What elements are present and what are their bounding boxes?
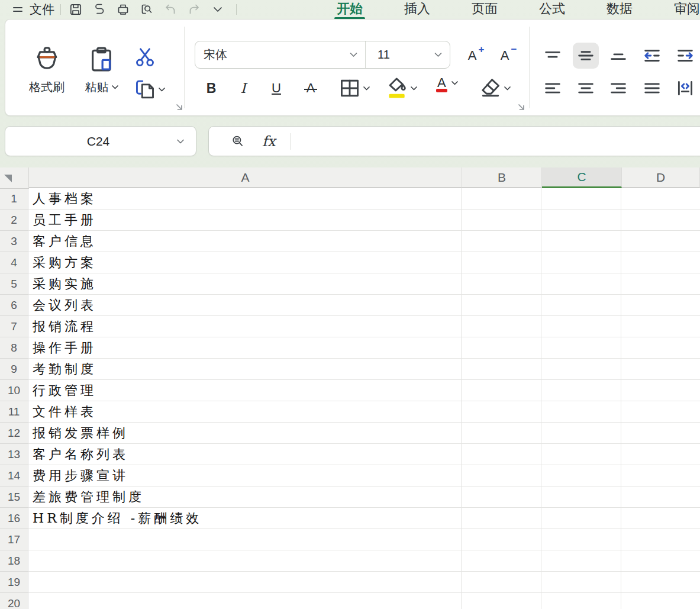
cell-b20[interactable] bbox=[462, 593, 541, 609]
cell-c11[interactable] bbox=[541, 401, 621, 423]
cell-c18[interactable] bbox=[541, 550, 621, 572]
row-number[interactable]: 16 bbox=[0, 508, 28, 529]
row-number[interactable]: 11 bbox=[0, 401, 28, 423]
increase-font-size-button[interactable]: A+ bbox=[459, 43, 485, 69]
cell-a19[interactable] bbox=[28, 572, 462, 593]
menu-icon[interactable] bbox=[12, 4, 24, 15]
decrease-font-size-button[interactable]: A− bbox=[492, 43, 518, 69]
row-number[interactable]: 18 bbox=[0, 550, 28, 572]
cell-d4[interactable] bbox=[621, 252, 700, 273]
cell-b18[interactable] bbox=[462, 550, 541, 572]
row-number[interactable]: 13 bbox=[0, 444, 28, 465]
cell-a6[interactable]: 会议列表 bbox=[28, 295, 462, 316]
cut-button[interactable] bbox=[132, 44, 158, 70]
cell-a15[interactable]: 差旅费管理制度 bbox=[28, 486, 462, 508]
row-number[interactable]: 7 bbox=[0, 316, 28, 337]
redo-button[interactable] bbox=[185, 1, 203, 18]
cell-b2[interactable] bbox=[462, 210, 541, 231]
cell-c16[interactable] bbox=[541, 508, 621, 529]
cell-a8[interactable]: 操作手册 bbox=[28, 337, 462, 359]
align-center-button[interactable] bbox=[573, 75, 599, 101]
cell-d19[interactable] bbox=[621, 572, 700, 593]
cell-d16[interactable] bbox=[621, 508, 700, 529]
expand-group-icon[interactable] bbox=[175, 102, 184, 112]
cell-d6[interactable] bbox=[621, 295, 700, 316]
copy-button[interactable] bbox=[132, 76, 166, 102]
cell-c19[interactable] bbox=[541, 572, 621, 593]
cell-c6[interactable] bbox=[541, 295, 621, 316]
italic-button[interactable]: I bbox=[230, 75, 256, 101]
cell-b5[interactable] bbox=[462, 273, 541, 295]
tab-page[interactable]: 页面 bbox=[451, 0, 518, 19]
format-painter-button[interactable]: 格式刷 bbox=[23, 37, 70, 102]
cell-c9[interactable] bbox=[541, 359, 621, 380]
cell-d7[interactable] bbox=[621, 316, 700, 337]
align-left-button[interactable] bbox=[540, 75, 566, 101]
tab-insert[interactable]: 插入 bbox=[383, 0, 451, 19]
cell-c13[interactable] bbox=[541, 444, 621, 465]
cell-c1[interactable] bbox=[541, 188, 621, 210]
cell-a12[interactable]: 报销发票样例 bbox=[28, 423, 462, 444]
row-number[interactable]: 8 bbox=[0, 337, 28, 359]
cell-a16[interactable]: HR制度介绍 -薪酬绩效 bbox=[28, 508, 462, 529]
row-number[interactable]: 19 bbox=[0, 572, 28, 593]
cell-a5[interactable]: 采购实施 bbox=[28, 273, 462, 295]
align-middle-button[interactable] bbox=[573, 43, 599, 69]
cell-d20[interactable] bbox=[621, 593, 700, 609]
cell-c10[interactable] bbox=[541, 380, 621, 401]
row-number[interactable]: 17 bbox=[0, 529, 28, 550]
cell-b8[interactable] bbox=[462, 337, 541, 359]
cell-a7[interactable]: 报销流程 bbox=[28, 316, 462, 337]
fill-color-button[interactable] bbox=[384, 75, 418, 101]
font-family-select[interactable]: 宋体 bbox=[195, 41, 365, 68]
cell-a2[interactable]: 员工手册 bbox=[28, 210, 462, 231]
more-commands-button[interactable] bbox=[209, 1, 227, 18]
font-color-button[interactable]: A bbox=[433, 75, 459, 91]
justify-button[interactable] bbox=[639, 75, 665, 101]
row-number[interactable]: 12 bbox=[0, 423, 28, 444]
cell-a4[interactable]: 采购方案 bbox=[28, 252, 462, 273]
column-header-b[interactable]: B bbox=[462, 167, 542, 188]
underline-button[interactable]: U bbox=[263, 75, 289, 101]
column-header-d[interactable]: D bbox=[622, 167, 700, 188]
expand-group-icon[interactable] bbox=[517, 102, 526, 112]
cell-c7[interactable] bbox=[541, 316, 621, 337]
function-search-icon[interactable] bbox=[230, 134, 246, 149]
row-number[interactable]: 3 bbox=[0, 231, 28, 252]
row-number[interactable]: 14 bbox=[0, 465, 28, 486]
cell-a14[interactable]: 费用步骤宣讲 bbox=[28, 465, 462, 486]
cell-b11[interactable] bbox=[462, 401, 541, 423]
tab-data[interactable]: 数据 bbox=[586, 0, 653, 19]
borders-button[interactable] bbox=[337, 75, 370, 101]
font-size-select[interactable]: 11 bbox=[366, 41, 450, 68]
cell-a17[interactable] bbox=[28, 529, 462, 550]
tab-formulas[interactable]: 公式 bbox=[518, 0, 586, 19]
bold-button[interactable]: B bbox=[198, 75, 224, 101]
tab-home[interactable]: 开始 bbox=[316, 0, 383, 19]
cell-b17[interactable] bbox=[462, 529, 541, 550]
cell-a11[interactable]: 文件样表 bbox=[28, 401, 462, 423]
column-header-c[interactable]: C bbox=[542, 167, 622, 188]
cell-c5[interactable] bbox=[541, 273, 621, 295]
cell-c17[interactable] bbox=[541, 529, 621, 550]
cell-b14[interactable] bbox=[462, 465, 541, 486]
cell-b16[interactable] bbox=[462, 508, 541, 529]
row-number[interactable]: 6 bbox=[0, 295, 28, 316]
formula-bar[interactable]: fx bbox=[208, 126, 700, 156]
cell-c2[interactable] bbox=[541, 210, 621, 231]
align-right-button[interactable] bbox=[605, 75, 631, 101]
print-button[interactable] bbox=[114, 1, 132, 18]
cell-b12[interactable] bbox=[462, 423, 541, 444]
cell-b9[interactable] bbox=[462, 359, 541, 380]
row-number[interactable]: 5 bbox=[0, 273, 28, 295]
cell-a10[interactable]: 行政管理 bbox=[28, 380, 462, 401]
strikethrough-button[interactable]: A bbox=[298, 75, 324, 101]
cell-c3[interactable] bbox=[541, 231, 621, 252]
find-button[interactable] bbox=[138, 1, 156, 18]
cell-d13[interactable] bbox=[621, 444, 700, 465]
cell-d12[interactable] bbox=[621, 423, 700, 444]
row-number[interactable]: 2 bbox=[0, 210, 28, 231]
cell-d9[interactable] bbox=[621, 359, 700, 380]
align-top-button[interactable] bbox=[540, 43, 566, 69]
chevron-down-icon[interactable] bbox=[176, 138, 185, 145]
